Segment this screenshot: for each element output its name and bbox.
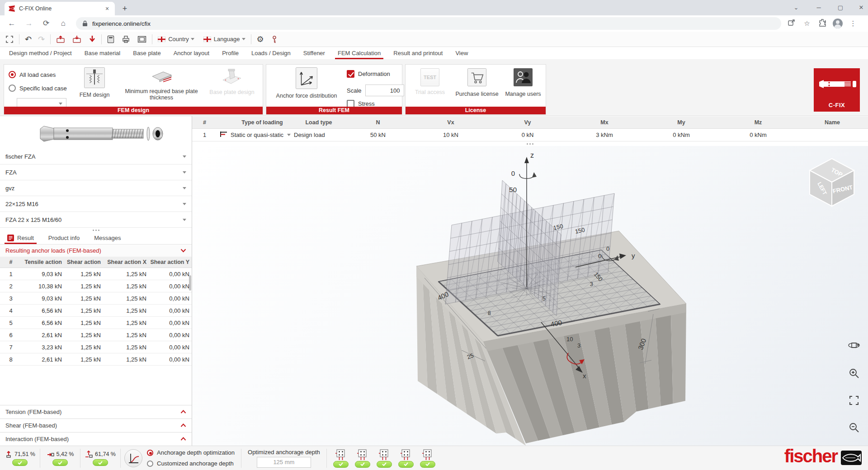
window-maximize-icon[interactable]: ▢: [834, 3, 847, 13]
print-icon[interactable]: [122, 34, 130, 44]
status-ok-badge: [420, 461, 435, 468]
collapsed-section[interactable]: Tension (FEM-based): [0, 405, 192, 418]
tab-result[interactable]: Result: [0, 232, 41, 244]
panel-scrollbar-thumb[interactable]: [189, 275, 191, 291]
browser-menu-icon[interactable]: ⋮: [848, 19, 858, 28]
type-of-loading-select[interactable]: Static or quasi-static: [231, 132, 294, 138]
save-project-icon[interactable]: [72, 34, 81, 44]
tab-search-icon[interactable]: ⌄: [789, 3, 803, 13]
window-minimize-icon[interactable]: ─: [812, 3, 826, 13]
group-result-fem: Anchor force distribution Deformation Sc…: [266, 64, 402, 115]
product-dropdown[interactable]: FZA: [0, 164, 192, 180]
country-select[interactable]: Country: [168, 34, 189, 44]
menu-tab[interactable]: Base plate: [127, 47, 167, 59]
panel-splitter-handle[interactable]: [0, 228, 192, 232]
section-resulting-anchor-loads[interactable]: Resulting anchor loads (FEM-based): [0, 244, 192, 257]
browser-urlbar: ← → ⟳ ⌂ fixperience.online/cfix ☆ ⋮: [0, 15, 868, 32]
radio-specific-load-case[interactable]: [9, 85, 16, 92]
min-base-plate-thickness-button[interactable]: Minimum required base plate thickness: [121, 67, 202, 101]
tab-product-info[interactable]: Product info: [41, 232, 87, 244]
design-step-status[interactable]: [398, 449, 414, 468]
deformation-checkbox[interactable]: [347, 70, 354, 78]
url-field[interactable]: fixperience.online/cfix: [76, 17, 781, 30]
product-dropdown[interactable]: gvz: [0, 180, 192, 196]
menu-tab[interactable]: View: [449, 47, 474, 59]
manage-users-button[interactable]: Manage users: [502, 68, 544, 97]
design-step-status[interactable]: [377, 449, 392, 468]
undo-icon[interactable]: ↶: [25, 34, 32, 44]
purchase-license-button[interactable]: Purchase license: [453, 68, 501, 97]
menu-tab[interactable]: Loads / Design: [245, 47, 297, 59]
fem-design-button[interactable]: FEM design: [72, 67, 117, 98]
fischer-fish-logo: [841, 451, 862, 467]
menu-tab[interactable]: Stiffener: [297, 47, 331, 59]
language-select[interactable]: Language: [214, 34, 240, 44]
scale-input[interactable]: [365, 85, 404, 96]
anchor-table-row[interactable]: 210,38 kN1,25 kN1,25 kN0,00 kN: [0, 280, 192, 292]
trial-access-button[interactable]: TEST Trial access: [409, 68, 451, 95]
anchor-table-row[interactable]: 46,56 kN1,25 kN1,25 kN0,00 kN: [0, 305, 192, 317]
anchor-table-row[interactable]: 62,61 kN1,25 kN1,25 kN0,00 kN: [0, 329, 192, 341]
column-header: Vy: [489, 119, 566, 126]
3d-viewport[interactable]: z 0 50 150 150 0 0 y 150 3 5 8 400 400 1…: [192, 146, 868, 446]
design-step-status[interactable]: [355, 449, 370, 468]
anchor-table-row[interactable]: 73,23 kN1,25 kN1,25 kN0,00 kN: [0, 341, 192, 353]
radio-all-load-cases[interactable]: [9, 71, 16, 78]
forward-icon[interactable]: →: [24, 18, 34, 29]
z-zero-label: 0: [511, 169, 515, 177]
window-close-icon[interactable]: ✕: [854, 3, 868, 13]
calculator-icon[interactable]: [107, 34, 114, 44]
anchor-table-row[interactable]: 39,03 kN1,25 kN1,25 kN0,00 kN: [0, 292, 192, 305]
collapsed-section[interactable]: Shear (FEM-based): [0, 418, 192, 432]
product-dropdown[interactable]: 22×125 M16: [0, 196, 192, 212]
menu-tab[interactable]: FEM Calculation: [331, 47, 387, 59]
radio-customized-depth[interactable]: [147, 461, 153, 467]
home-icon[interactable]: ⌂: [58, 18, 69, 29]
settings-gear-icon[interactable]: ⚙: [257, 34, 264, 44]
film-icon[interactable]: [137, 34, 146, 44]
share-icon[interactable]: [787, 19, 797, 28]
table-splitter-handle[interactable]: [192, 141, 868, 146]
bookmark-star-icon[interactable]: ☆: [802, 19, 812, 28]
open-project-icon[interactable]: [56, 34, 65, 44]
reload-icon[interactable]: ⟳: [41, 18, 52, 29]
account-key-icon[interactable]: [271, 34, 278, 44]
load-table-row[interactable]: 1 Static or quasi-static Design load 50 …: [192, 129, 868, 141]
optimized-depth-value[interactable]: 125 mm: [257, 457, 311, 468]
menu-tab[interactable]: Result and printout: [387, 47, 449, 59]
anchor-force-distribution-button[interactable]: Anchor force distribution: [270, 67, 343, 99]
product-dropdown[interactable]: FZA 22 x 125 M16/60: [0, 212, 192, 228]
menu-tab[interactable]: Design method / Project: [3, 47, 78, 59]
view-cube[interactable]: TOP LEFT FRONT: [810, 159, 854, 206]
menu-tab[interactable]: Anchor layout: [167, 47, 216, 59]
min-base-plate-thickness-label: Minimum required base plate thickness: [121, 88, 202, 101]
back-icon[interactable]: ←: [6, 18, 17, 29]
anchor-table-row[interactable]: 82,61 kN1,25 kN1,25 kN0,00 kN: [0, 353, 192, 366]
download-icon[interactable]: [89, 34, 96, 44]
country-caret-icon[interactable]: [191, 38, 194, 40]
menu-tab[interactable]: Base material: [78, 47, 127, 59]
orbit-rotate-icon[interactable]: [847, 338, 861, 352]
new-tab-button[interactable]: +: [119, 3, 130, 14]
fit-view-icon[interactable]: [847, 394, 861, 407]
browser-tab[interactable]: C-FIX Online ×: [5, 2, 115, 15]
tab-close-icon[interactable]: ×: [103, 5, 111, 13]
profile-avatar[interactable]: [833, 19, 843, 28]
extensions-icon[interactable]: [817, 19, 827, 28]
radio-anchorage-optimization[interactable]: [147, 450, 153, 456]
redo-icon[interactable]: ↷: [38, 34, 45, 44]
zoom-out-icon[interactable]: [847, 421, 861, 434]
fullscreen-icon[interactable]: [5, 34, 14, 44]
anchor-table-row[interactable]: 19,03 kN1,25 kN1,25 kN0,00 kN: [0, 268, 192, 280]
zoom-in-icon[interactable]: [847, 367, 861, 380]
anchor-loads-table: #Tensile actionShear actionShear action …: [0, 257, 192, 366]
collapsed-section[interactable]: Interaction (FEM-based): [0, 432, 192, 446]
menu-tab[interactable]: Profile: [216, 47, 245, 59]
base-plate-design-button[interactable]: Base plate design: [204, 67, 260, 95]
tab-messages[interactable]: Messages: [87, 232, 128, 244]
product-dropdown[interactable]: fischer FZA: [0, 149, 192, 164]
language-caret-icon[interactable]: [242, 38, 245, 40]
design-step-status[interactable]: [420, 449, 435, 468]
anchor-table-row[interactable]: 56,56 kN1,25 kN1,25 kN0,00 kN: [0, 317, 192, 329]
design-step-status[interactable]: [333, 449, 349, 468]
